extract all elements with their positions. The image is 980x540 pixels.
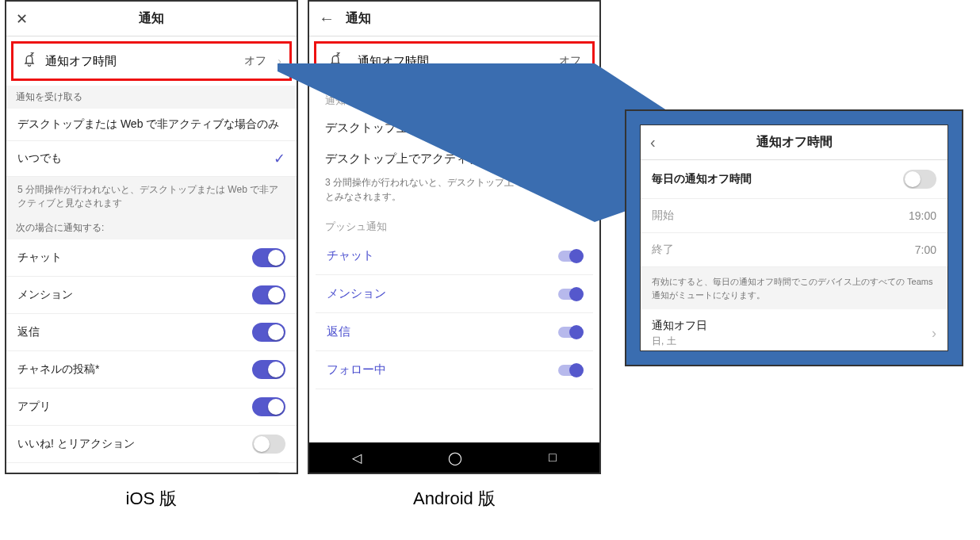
option-inactive-only[interactable]: デスクトップまたは Web で非アクティブな場合のみ [6,109,297,141]
caption-android: Android 版 [308,487,601,511]
toggle-row[interactable]: チャット [316,237,593,275]
quiet-hours-label: 通知オフ時間 [358,54,545,69]
daily-quiet-toggle-row[interactable]: 毎日の通知オフ時間 [641,160,947,199]
checkmark-icon: ✓ [274,150,285,167]
inactive-note: 5 分間操作が行われないと、デスクトップまたは Web で非アクティブと見なされ… [6,177,297,216]
toggle-row[interactable]: メンション [316,275,593,313]
toggle-switch[interactable] [252,285,285,304]
bell-snooze-icon [21,52,37,71]
option-always[interactable]: いつでも ✓ [6,141,297,177]
android-option2[interactable]: デスクトップ上でアクティブな場合に [309,142,599,173]
notify-when-caption: 次の場合に通知する: [6,216,297,239]
toggle-label: チャット [17,251,252,265]
end-time-row[interactable]: 終了 7:00 [641,233,947,267]
nav-recents-icon[interactable]: □ [549,450,557,465]
toggle-row[interactable]: アプリ [6,389,297,426]
android-option1[interactable]: デスクトップ上でアクティブな場合のみ [309,111,599,142]
start-time-row[interactable]: 開始 19:00 [641,199,947,233]
quiet-hours-row-ios[interactable]: 通知オフ時間 オフ › [11,41,292,81]
toggle-label: 返信 [327,324,558,339]
nav-home-icon[interactable]: ◯ [448,450,462,465]
toggle-label: チャネルの投稿* [17,362,252,377]
toggle-switch[interactable] [558,327,582,338]
toggle-label: フォロー中 [327,362,558,377]
chevron-right-icon: › [932,325,936,342]
android-inactive-note: 3 分間操作が行われないと、デスクトップ上で非アクティブとみなされます。 [309,172,599,212]
quiet-hours-label: 通知オフ時間 [45,54,236,69]
bell-snooze-icon [327,52,343,71]
toggle-label: チャット [327,248,558,263]
chevron-left-icon[interactable]: ‹ [650,133,656,151]
push-caption: プッシュ通知 [309,212,599,237]
android-header: ← 通知 [309,2,599,36]
toggle-row[interactable]: 返信 [316,313,593,351]
chevron-right-icon: › [274,55,281,67]
toggle-row[interactable]: フォロー中 [316,351,593,389]
toggle-label: アプリ [17,400,252,414]
android-header-title: 通知 [338,10,590,27]
nav-back-icon[interactable]: ◁ [352,450,362,465]
toggle-label: 返信 [17,325,252,339]
ios-screen: ✕ 通知 通知オフ時間 オフ › 通知を受け取る デスクトップまたは Web で… [5,0,298,474]
toggle-switch[interactable] [558,365,582,376]
toggle-label: メンション [17,288,252,302]
toggle-row[interactable]: 返信 [6,314,297,351]
receive-caption-android: 通知を受け取る [309,86,599,111]
toggle-label: いいね! とリアクション [17,437,252,451]
quiet-hours-detail-panel: ‹ 通知オフ時間 毎日の通知オフ時間 開始 19:00 終了 7:00 有効にす… [625,109,963,366]
ios-header: ✕ 通知 [6,2,297,36]
receive-caption: 通知を受け取る [6,86,297,109]
close-icon[interactable]: ✕ [16,10,28,28]
toggle-row[interactable]: チャネルの投稿* [6,351,297,389]
toggle-switch[interactable] [252,323,285,342]
android-screen: ← 通知 通知オフ時間 オフ 通知を受け取る デスクトップ上でアクティブな場合の… [308,0,601,474]
toggle-switch[interactable] [558,251,582,262]
toggle-switch[interactable] [558,289,582,300]
caption-ios: iOS 版 [5,487,298,511]
ios-header-title: 通知 [35,10,268,27]
android-nav-bar: ◁ ◯ □ [309,442,599,473]
back-arrow-icon[interactable]: ← [319,10,335,28]
toggle-switch[interactable] [252,360,285,379]
daily-quiet-toggle[interactable] [903,170,936,189]
detail-header: ‹ 通知オフ時間 [641,125,947,160]
quiet-hours-row-android[interactable]: 通知オフ時間 オフ [314,41,595,81]
toggle-row[interactable]: メンション [6,277,297,314]
toggle-row[interactable]: いいね! とリアクション [6,426,297,463]
toggle-row[interactable]: チャット [6,239,297,277]
quiet-hours-value: オフ [559,54,581,68]
toggle-switch[interactable] [252,435,285,454]
toggle-switch[interactable] [252,248,285,267]
toggle-row[interactable]: チームの更新のアラート [6,463,297,474]
detail-note: 有効にすると、毎日の通知オフ時間でこのデバイス上のすべての Teams 通知がミ… [641,267,947,309]
toggle-label: メンション [327,286,558,301]
toggle-switch[interactable] [252,397,285,416]
toggle-switch[interactable] [252,472,285,474]
quiet-hours-value: オフ [244,54,266,68]
quiet-days-row[interactable]: 通知オフ日 日, 土 › [641,309,947,351]
detail-header-title: 通知オフ時間 [669,134,919,151]
